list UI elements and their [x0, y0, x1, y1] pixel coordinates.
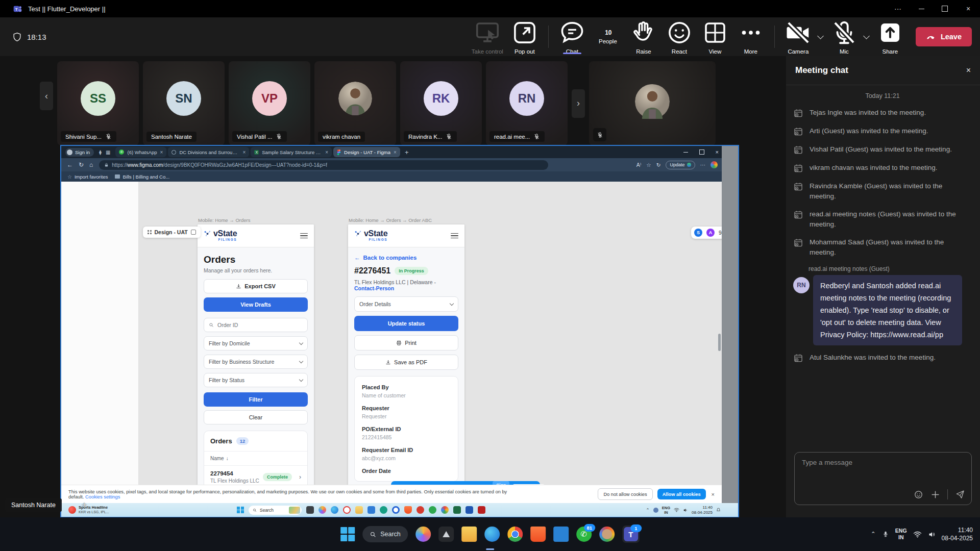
cookie-text: This website uses cookies, pixel tags, a… [68, 489, 507, 499]
chat-message-bubble-row: RNRedberyl and Santosh added read.ai mee… [793, 275, 972, 345]
chat-event-message: vikram chavan was invited to the meeting… [793, 163, 972, 173]
file-explorer-icon[interactable] [461, 527, 477, 542]
wifi-icon[interactable] [913, 531, 922, 538]
active-app-indicator [486, 548, 494, 550]
avatar [67, 149, 72, 155]
refresh-icon: ↻ [79, 161, 84, 168]
view-button[interactable]: View [698, 19, 732, 55]
vscode-icon[interactable] [553, 527, 569, 542]
calendar-invite-icon [793, 108, 803, 118]
zoom-level: 94% [719, 230, 722, 236]
download-icon [236, 284, 241, 289]
participant-tile-vishal-patil[interactable]: VPVishal Patil ... [229, 61, 310, 145]
participant-tile-read-ai-mee[interactable]: RNread.ai mee... [486, 61, 568, 145]
avatar [635, 84, 670, 119]
word-icon [465, 506, 473, 514]
raise-hand-button[interactable]: Raise [626, 19, 661, 55]
participant-tile-shivani-sup[interactable]: SSShivani Sup... [57, 61, 139, 145]
chat-event-message: Arti (Guest) was invited to the meeting. [793, 126, 972, 137]
taskbar-search[interactable]: Search [362, 526, 408, 542]
pin-icon [416, 506, 424, 514]
attach-plus-icon[interactable] [930, 490, 940, 499]
language-indicator[interactable]: ENGIN [895, 528, 907, 541]
mic-options-chevron[interactable] [862, 19, 872, 55]
expand-icon [191, 230, 196, 235]
crosshair-cursor: + [82, 500, 87, 510]
browser-profile-icon[interactable] [599, 527, 615, 542]
calendar-invite-icon [793, 238, 803, 248]
name-column-header: Name ↓ [204, 451, 307, 465]
bookmarks-bar: ☆Import favoritesBills | Billing and Co.… [61, 171, 722, 182]
acrobat-icon [478, 506, 485, 514]
share-button[interactable]: Share [873, 19, 908, 55]
participant-tile-ravindra-k[interactable]: RKRavindra K... [400, 61, 482, 145]
chat-input[interactable] [795, 453, 971, 481]
bookmark-import-favorites: ☆Import favorites [67, 174, 108, 180]
spotlight-tile[interactable] [589, 61, 716, 145]
react-button[interactable]: React [662, 19, 697, 55]
meeting-chat-panel: Meeting chat × Today 11:21 Tejas Ingle w… [786, 56, 980, 517]
app-icon[interactable] [438, 527, 454, 542]
browser-tab-sample-salary-structure-with-calc: XSample Salary Structure with calc× [251, 147, 332, 157]
clock[interactable]: 11:40 08-04-2025 [942, 526, 973, 542]
tab-close-icon: × [325, 149, 328, 155]
figma-left-panel [61, 182, 139, 485]
avatar: SS [81, 81, 115, 116]
filmstrip-scroll-right[interactable]: › [572, 89, 585, 118]
tray-chevron-icon[interactable]: ⌃ [871, 531, 876, 538]
desktop-area [722, 146, 738, 503]
people-button[interactable]: 10 People [591, 19, 625, 55]
page-scrollbar [718, 334, 721, 351]
chat-event-message: Tejas Ingle was invited to the meeting. [793, 108, 972, 118]
send-icon[interactable] [955, 489, 965, 499]
calendar-invite-icon [793, 210, 803, 220]
window-more-icon[interactable]: ··· [886, 0, 910, 17]
close-button[interactable]: × [957, 0, 980, 17]
teams-taskbar-item[interactable]: T1 [622, 525, 640, 543]
update-status-dot [687, 163, 691, 167]
chat-event-message: Mohammad Saad (Guest) was invited to the… [793, 237, 972, 258]
chat-button[interactable]: Chat [555, 19, 590, 55]
contact-person-link: Contact-Person [354, 285, 394, 291]
shared-screen-stage: Sign in ⧫ ▦ ✆(6) WhatsApp×DC Divisions a… [60, 145, 739, 518]
calendar-invite-icon [793, 145, 803, 155]
whatsapp-icon[interactable]: ✆81 [576, 527, 592, 542]
start-button[interactable] [340, 527, 355, 541]
emoji-icon[interactable] [914, 490, 923, 499]
participant-name: Santosh Narate [146, 132, 197, 142]
pop-out-button[interactable]: Pop out [507, 19, 542, 55]
browser-close-icon: × [716, 149, 719, 155]
raise-hand-icon [630, 19, 657, 46]
edge-icon[interactable] [484, 527, 500, 542]
order-id-search: Order ID [204, 318, 308, 332]
camera-button[interactable]: Camera [781, 19, 816, 55]
teams-badge: 1 [630, 524, 642, 532]
save-as-pdf-button: Save as PDF [354, 355, 458, 370]
calendar-invite-icon [793, 353, 803, 363]
mic-button[interactable]: Mic [827, 19, 862, 55]
chat-input-box[interactable] [794, 452, 972, 505]
leave-button[interactable]: Leave [916, 27, 972, 46]
chat-close-icon[interactable]: × [966, 66, 971, 75]
maximize-button[interactable] [933, 0, 957, 17]
browser-nav-bar: ← ↻ ⌂ https://www.figma.com/design/9BKQ0… [61, 158, 722, 171]
filmstrip-scroll-left[interactable]: ‹ [40, 82, 53, 110]
minimize-button[interactable] [910, 0, 933, 17]
order-field-requester-email-id: Requester Email IDabc@xyz.com [362, 447, 451, 461]
more-button[interactable]: More [733, 19, 768, 55]
volume-icon[interactable] [928, 531, 936, 538]
order-info-card: Placed ByName of customerRequesterReques… [354, 376, 458, 482]
brave-icon[interactable] [530, 527, 546, 542]
filter-select-filter-by-business-structure: Filter by Business Structure [204, 355, 308, 369]
participant-tile-santosh-narate[interactable]: SNSantosh Narate [143, 61, 225, 145]
mic-tray-icon[interactable] [882, 531, 889, 538]
figma-signup-banner: Sign up to comment, edit, inspect and mo… [391, 481, 540, 485]
copilot-icon[interactable] [415, 527, 431, 542]
camera-options-chevron[interactable] [816, 19, 826, 55]
browser-profile-avatar [710, 161, 718, 168]
chrome-icon[interactable] [507, 527, 523, 542]
filter-button: Filter [204, 392, 308, 407]
teams-meeting-window: T Test || Flutter_Developer || ··· × 18:… [0, 0, 980, 551]
view-drafts-button: View Drafts [204, 297, 308, 312]
participant-tile-vikram-chavan[interactable]: vikram chavan [314, 61, 396, 145]
